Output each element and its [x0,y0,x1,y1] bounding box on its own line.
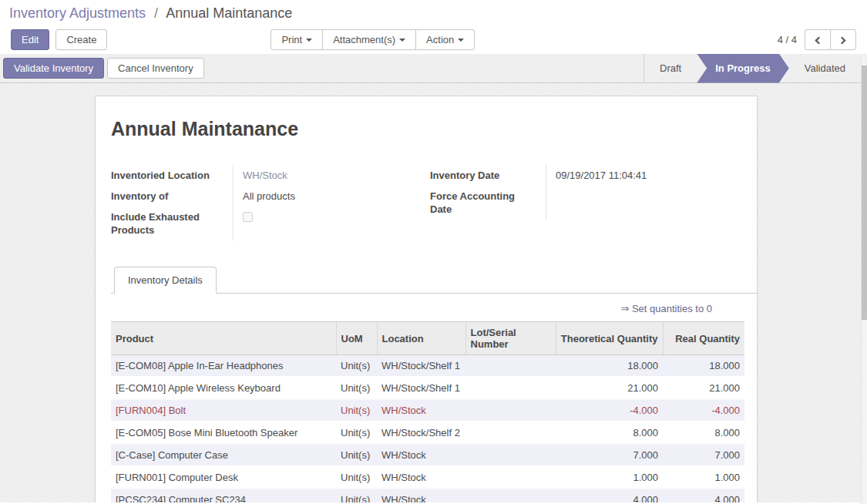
table-cell: WH/Stock [377,489,465,502]
table-cell: Unit(s) [336,489,377,502]
table-cell [465,422,556,444]
table-cell: 21.000 [556,377,663,399]
table-cell: WH/Stock [377,466,465,489]
field-label-inventory-of: Inventory of [111,186,233,207]
field-group-right: Inventory Date 09/19/2017 11:04:41 Force… [430,165,738,240]
table-cell: [E-COM05] Bose Mini Bluetooth Speaker [111,422,336,444]
table-cell [465,466,556,489]
field-value-include-exhausted-products [233,207,428,240]
print-dropdown-button[interactable]: Print [271,29,323,50]
attachments-dropdown-button[interactable]: Attachment(s) [322,29,416,50]
field-value-force-accounting-date [546,186,738,220]
table-cell: WH/Stock [377,444,465,466]
table-cell: [E-COM08] Apple In-Ear Headphones [111,355,336,378]
table-row[interactable]: [C-Case] Computer CaseUnit(s)WH/Stock7.0… [111,444,744,466]
table-cell: [PCSC234] Computer SC234 [111,489,336,502]
field-group-left: Inventoried Location WH/Stock Inventory … [111,165,428,240]
breadcrumb-parent-link[interactable]: Inventory Adjustments [9,5,146,21]
odoo-form-view: Inventory Adjustments / Annual Maintanan… [0,0,867,504]
tab-inventory-details[interactable]: Inventory Details [114,267,217,294]
table-cell: WH/Stock/Shelf 1 [377,377,465,399]
field-label-inventory-date: Inventory Date [430,165,546,186]
column-header: Lot/Serial Number [465,322,556,355]
column-header: Real Quantity [663,322,744,355]
table-cell: WH/Stock [377,399,465,422]
control-panel: Edit Create Print Attachment(s) Action 4… [0,25,867,54]
table-cell: Unit(s) [336,377,377,399]
statusbar-steps: Draft In Progress Validated [644,54,861,83]
pager-value: 4 / 4 [778,34,797,45]
table-cell: Unit(s) [336,399,377,422]
vertical-scrollbar[interactable] [861,57,867,504]
table-row[interactable]: [E-COM08] Apple In-Ear HeadphonesUnit(s)… [111,355,744,378]
table-cell: 21.000 [663,377,744,399]
table-cell [465,355,556,378]
table-row[interactable]: [FURN001] Computer DeskUnit(s)WH/Stock1.… [111,466,744,489]
breadcrumb: Inventory Adjustments / Annual Maintanan… [0,0,867,25]
table-cell: WH/Stock/Shelf 1 [377,355,465,378]
table-cell [465,399,556,422]
field-label-inventoried-location: Inventoried Location [111,165,233,186]
table-cell: 18.000 [556,355,663,378]
table-cell [465,489,556,502]
table-cell: [FURN001] Computer Desk [111,466,336,489]
table-cell: [E-COM10] Apple Wireless Keyboard [111,377,336,399]
notebook-tabs: Inventory Details [111,267,757,294]
column-header: Location [377,322,465,355]
status-step-draft[interactable]: Draft [644,54,697,83]
other-buttons-group: Print Attachment(s) Action [271,29,475,50]
table-row[interactable]: [E-COM05] Bose Mini Bluetooth SpeakerUni… [111,422,744,444]
caret-down-icon [458,39,464,42]
table-cell: Unit(s) [336,444,377,466]
status-step-in-progress[interactable]: In Progress [697,54,789,83]
scrollbar-thumb[interactable] [862,66,867,320]
table-cell: Unit(s) [336,422,377,444]
set-quantities-row: ⇒ Set quantities to 0 [111,294,741,321]
content-area: Annual Maintanance Inventoried Location … [0,83,867,502]
inventory-lines-table: ProductUoMLocationLot/Serial NumberTheor… [111,321,744,502]
field-label-include-exhausted-products: Include Exhausted Products [111,207,233,240]
table-cell: [C-Case] Computer Case [111,444,336,466]
table-cell: -4.000 [556,399,663,422]
table-cell: 4.000 [556,489,663,502]
table-cell: Unit(s) [336,466,377,489]
set-quantities-to-zero-link[interactable]: ⇒ Set quantities to 0 [620,303,712,314]
chevron-left-icon [815,36,823,44]
table-cell: 4.000 [663,489,744,502]
column-header: UoM [336,322,377,355]
table-row[interactable]: [PCSC234] Computer SC234Unit(s)WH/Stock4… [111,489,744,502]
pager-next-button[interactable] [830,29,856,50]
table-cell [465,444,556,466]
table-cell: 7.000 [663,444,744,466]
chevron-right-icon [838,36,846,44]
breadcrumb-current: Annual Maintanance [166,5,292,21]
table-cell: 8.000 [663,422,744,444]
form-sheet: Annual Maintanance Inventoried Location … [95,96,758,502]
table-row[interactable]: [FURN004] BoltUnit(s)WH/Stock-4.000-4.00… [111,399,744,422]
edit-button[interactable]: Edit [11,29,49,50]
table-cell: [FURN004] Bolt [111,399,336,422]
pager: 4 / 4 [778,29,856,50]
breadcrumb-separator: / [154,5,158,21]
include-exhausted-products-checkbox[interactable] [243,212,253,222]
table-cell [465,377,556,399]
cancel-inventory-button[interactable]: Cancel Inventory [107,58,204,79]
table-cell: 7.000 [556,444,663,466]
field-groups: Inventoried Location WH/Stock Inventory … [111,165,741,240]
table-cell: -4.000 [663,399,744,422]
table-cell: 1.000 [556,466,663,489]
field-value-inventoried-location[interactable]: WH/Stock [233,165,428,186]
field-label-force-accounting-date: Force Accounting Date [430,186,546,220]
table-cell: 8.000 [556,422,663,444]
status-step-validated[interactable]: Validated [789,54,861,83]
column-header: Product [111,322,336,355]
pager-previous-button[interactable] [805,29,831,50]
action-dropdown-button[interactable]: Action [415,29,475,50]
table-row[interactable]: [E-COM10] Apple Wireless KeyboardUnit(s)… [111,377,744,399]
validate-inventory-button[interactable]: Validate Inventory [3,58,104,79]
table-header-row: ProductUoMLocationLot/Serial NumberTheor… [111,322,744,355]
create-button[interactable]: Create [55,29,107,50]
field-value-inventory-date: 09/19/2017 11:04:41 [546,165,738,186]
table-cell: Unit(s) [336,355,377,378]
record-title: Annual Maintanance [111,118,741,140]
